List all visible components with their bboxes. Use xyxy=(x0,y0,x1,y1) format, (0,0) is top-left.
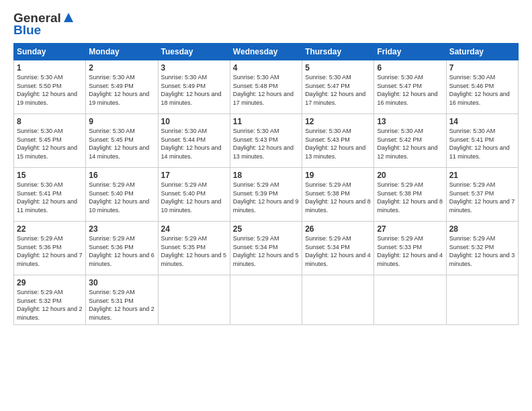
sunrise-label: Sunrise: 5:29 AM xyxy=(305,181,351,188)
sunrise-label: Sunrise: 5:30 AM xyxy=(233,128,279,134)
day-info: Sunrise: 5:29 AM Sunset: 5:32 PM Dayligh… xyxy=(17,288,83,322)
logo-icon xyxy=(62,11,75,24)
day-info: Sunrise: 5:30 AM Sunset: 5:49 PM Dayligh… xyxy=(161,73,227,107)
calendar-cell: 7 Sunrise: 5:30 AM Sunset: 5:46 PM Dayli… xyxy=(446,60,518,114)
sunset-label: Sunset: 5:40 PM xyxy=(89,190,134,197)
daylight-label: Daylight: 12 hours and 14 minutes. xyxy=(161,144,222,160)
sunrise-label: Sunrise: 5:30 AM xyxy=(17,128,63,134)
daylight-label: Daylight: 12 hours and 17 minutes. xyxy=(233,91,294,106)
day-number: 17 xyxy=(161,171,227,180)
day-info: Sunrise: 5:29 AM Sunset: 5:38 PM Dayligh… xyxy=(377,181,443,214)
daylight-label: Daylight: 12 hours and 10 minutes. xyxy=(161,198,222,214)
calendar-cell: 20 Sunrise: 5:29 AM Sunset: 5:38 PM Dayl… xyxy=(374,168,446,222)
calendar-cell: 13 Sunrise: 5:30 AM Sunset: 5:42 PM Dayl… xyxy=(374,114,446,168)
day-number: 24 xyxy=(161,224,227,234)
day-info: Sunrise: 5:29 AM Sunset: 5:33 PM Dayligh… xyxy=(377,234,443,268)
calendar-cell: 8 Sunrise: 5:30 AM Sunset: 5:45 PM Dayli… xyxy=(14,114,86,168)
day-number: 4 xyxy=(233,63,299,73)
sunset-label: Sunset: 5:34 PM xyxy=(233,244,278,250)
sunrise-label: Sunrise: 5:30 AM xyxy=(17,74,63,81)
sunrise-label: Sunrise: 5:29 AM xyxy=(233,181,279,188)
calendar-cell: 6 Sunrise: 5:30 AM Sunset: 5:47 PM Dayli… xyxy=(374,60,446,114)
day-info: Sunrise: 5:30 AM Sunset: 5:44 PM Dayligh… xyxy=(161,127,227,161)
sunrise-label: Sunrise: 5:30 AM xyxy=(377,128,423,134)
sunrise-label: Sunrise: 5:29 AM xyxy=(305,235,351,242)
calendar-cell xyxy=(446,275,518,325)
daylight-label: Daylight: 12 hours and 16 minutes. xyxy=(449,91,510,106)
sunrise-label: Sunrise: 5:30 AM xyxy=(89,128,135,134)
day-number: 21 xyxy=(449,171,515,180)
day-number: 2 xyxy=(89,63,154,73)
sunrise-label: Sunrise: 5:29 AM xyxy=(233,235,279,242)
sunset-label: Sunset: 5:37 PM xyxy=(449,190,494,197)
day-info: Sunrise: 5:30 AM Sunset: 5:43 PM Dayligh… xyxy=(305,127,371,161)
day-info: Sunrise: 5:30 AM Sunset: 5:48 PM Dayligh… xyxy=(233,73,299,107)
day-number: 14 xyxy=(449,117,515,126)
sunset-label: Sunset: 5:47 PM xyxy=(305,83,350,89)
daylight-label: Daylight: 12 hours and 19 minutes. xyxy=(17,91,77,106)
sunset-label: Sunset: 5:36 PM xyxy=(17,244,62,250)
sunrise-label: Sunrise: 5:29 AM xyxy=(17,235,63,242)
sunrise-label: Sunrise: 5:29 AM xyxy=(89,181,135,188)
day-info: Sunrise: 5:30 AM Sunset: 5:46 PM Dayligh… xyxy=(449,73,515,107)
sunrise-label: Sunrise: 5:30 AM xyxy=(161,128,208,134)
sunrise-label: Sunrise: 5:29 AM xyxy=(17,289,63,295)
calendar-cell: 12 Sunrise: 5:30 AM Sunset: 5:43 PM Dayl… xyxy=(302,114,374,168)
sunset-label: Sunset: 5:41 PM xyxy=(449,136,494,143)
sunset-label: Sunset: 5:40 PM xyxy=(161,190,206,197)
day-info: Sunrise: 5:29 AM Sunset: 5:39 PM Dayligh… xyxy=(233,181,299,214)
daylight-label: Daylight: 12 hours and 17 minutes. xyxy=(305,91,365,106)
calendar-cell: 26 Sunrise: 5:29 AM Sunset: 5:34 PM Dayl… xyxy=(302,222,374,275)
day-number: 22 xyxy=(17,224,83,234)
daylight-label: Daylight: 12 hours and 7 minutes. xyxy=(17,252,83,267)
logo-blue: Blue xyxy=(13,23,41,38)
sunset-label: Sunset: 5:41 PM xyxy=(17,190,62,197)
calendar-cell: 9 Sunrise: 5:30 AM Sunset: 5:45 PM Dayli… xyxy=(86,114,158,168)
sunrise-label: Sunrise: 5:30 AM xyxy=(233,74,279,81)
day-info: Sunrise: 5:29 AM Sunset: 5:34 PM Dayligh… xyxy=(305,234,371,268)
calendar-cell xyxy=(158,275,230,325)
day-number: 9 xyxy=(89,117,154,126)
calendar-cell: 10 Sunrise: 5:30 AM Sunset: 5:44 PM Dayl… xyxy=(158,114,230,168)
day-info: Sunrise: 5:29 AM Sunset: 5:40 PM Dayligh… xyxy=(89,181,154,214)
daylight-label: Daylight: 12 hours and 8 minutes. xyxy=(377,198,443,214)
logo: General Blue xyxy=(13,11,75,38)
calendar-cell: 25 Sunrise: 5:29 AM Sunset: 5:34 PM Dayl… xyxy=(230,222,302,275)
daylight-label: Daylight: 12 hours and 6 minutes. xyxy=(89,252,154,267)
day-number: 11 xyxy=(233,117,299,126)
col-saturday: Saturday xyxy=(446,44,518,60)
sunrise-label: Sunrise: 5:30 AM xyxy=(449,74,496,81)
calendar-cell: 1 Sunrise: 5:30 AM Sunset: 5:50 PM Dayli… xyxy=(14,60,86,114)
day-info: Sunrise: 5:29 AM Sunset: 5:36 PM Dayligh… xyxy=(17,234,83,268)
calendar-cell: 28 Sunrise: 5:29 AM Sunset: 5:32 PM Dayl… xyxy=(446,222,518,275)
calendar-cell xyxy=(374,275,446,325)
sunset-label: Sunset: 5:45 PM xyxy=(17,136,62,143)
col-sunday: Sunday xyxy=(14,44,86,60)
calendar-table: Sunday Monday Tuesday Wednesday Thursday… xyxy=(13,43,519,325)
daylight-label: Daylight: 12 hours and 11 minutes. xyxy=(17,198,77,214)
calendar-cell: 16 Sunrise: 5:29 AM Sunset: 5:40 PM Dayl… xyxy=(86,168,158,222)
sunrise-label: Sunrise: 5:29 AM xyxy=(449,235,496,242)
sunset-label: Sunset: 5:46 PM xyxy=(449,83,494,89)
sunrise-label: Sunrise: 5:30 AM xyxy=(17,181,63,188)
sunset-label: Sunset: 5:32 PM xyxy=(449,244,494,250)
day-info: Sunrise: 5:29 AM Sunset: 5:32 PM Dayligh… xyxy=(449,234,515,268)
sunset-label: Sunset: 5:38 PM xyxy=(377,190,422,197)
day-number: 3 xyxy=(161,63,227,73)
daylight-label: Daylight: 12 hours and 14 minutes. xyxy=(89,144,149,160)
day-number: 16 xyxy=(89,171,154,180)
col-tuesday: Tuesday xyxy=(158,44,230,60)
daylight-label: Daylight: 12 hours and 7 minutes. xyxy=(449,198,515,214)
day-info: Sunrise: 5:30 AM Sunset: 5:45 PM Dayligh… xyxy=(89,127,154,161)
day-number: 28 xyxy=(449,224,515,234)
sunrise-label: Sunrise: 5:29 AM xyxy=(449,181,496,188)
day-info: Sunrise: 5:30 AM Sunset: 5:45 PM Dayligh… xyxy=(17,127,83,161)
daylight-label: Daylight: 12 hours and 18 minutes. xyxy=(161,91,222,106)
day-number: 18 xyxy=(233,171,299,180)
sunset-label: Sunset: 5:50 PM xyxy=(17,83,62,89)
calendar-cell: 18 Sunrise: 5:29 AM Sunset: 5:39 PM Dayl… xyxy=(230,168,302,222)
sunset-label: Sunset: 5:48 PM xyxy=(233,83,278,89)
day-info: Sunrise: 5:30 AM Sunset: 5:47 PM Dayligh… xyxy=(377,73,443,107)
calendar-cell: 15 Sunrise: 5:30 AM Sunset: 5:41 PM Dayl… xyxy=(14,168,86,222)
calendar-cell xyxy=(302,275,374,325)
